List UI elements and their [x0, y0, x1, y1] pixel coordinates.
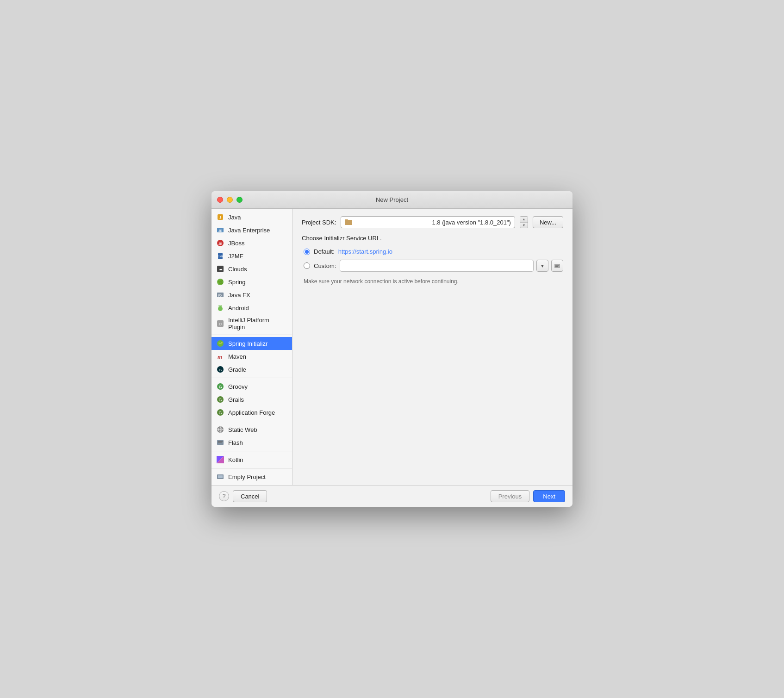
custom-radio-row: Custom: ▼ [304, 260, 563, 272]
svg-text:G: G [218, 411, 222, 415]
divider-5 [212, 468, 292, 468]
hint-text: Make sure your network connection is act… [302, 278, 563, 285]
svg-text:FX: FX [218, 294, 223, 297]
custom-label: Custom: [314, 262, 336, 269]
sidebar-item-kotlin-label: Kotlin [228, 456, 243, 463]
sidebar-item-gradle-label: Gradle [228, 366, 246, 373]
default-url[interactable]: https://start.spring.io [338, 248, 392, 255]
sidebar-item-kotlin[interactable]: Kotlin [212, 453, 292, 466]
previous-button[interactable]: Previous [491, 490, 530, 502]
footer-left: ? Cancel [219, 490, 267, 502]
flash-icon [216, 438, 224, 447]
default-radio[interactable] [304, 249, 310, 255]
sidebar-item-jboss-label: JBoss [228, 240, 244, 247]
sdk-select[interactable]: 1.8 (java version "1.8.0_201") [341, 216, 515, 228]
sidebar-item-java-enterprise-label: Java Enterprise [228, 227, 270, 234]
svg-text:J: J [219, 215, 221, 220]
svg-point-17 [221, 305, 222, 307]
custom-radio[interactable] [304, 262, 310, 269]
android-icon [216, 304, 224, 312]
default-radio-row: Default: https://start.spring.io [304, 248, 563, 255]
sidebar-item-spring[interactable]: 🌿 Spring [212, 275, 292, 288]
sidebar-item-javafx-label: Java FX [228, 292, 250, 299]
sidebar-item-spring-initializr-label: Spring Initializr [228, 340, 268, 347]
svg-point-16 [219, 305, 220, 307]
footer-right: Previous Next [491, 490, 565, 502]
kotlin-icon [216, 455, 224, 464]
java-enterprise-icon: JE [216, 226, 224, 234]
svg-text:🌱: 🌱 [218, 341, 224, 347]
divider-4 [212, 451, 292, 451]
svg-text:G: G [219, 368, 222, 372]
svg-text:🌿: 🌿 [218, 279, 224, 285]
sdk-label: Project SDK: [302, 219, 336, 226]
custom-dropdown-button[interactable]: ▼ [536, 260, 548, 272]
cancel-button[interactable]: Cancel [233, 490, 267, 502]
divider-2 [212, 378, 292, 378]
sdk-folder-icon [345, 218, 352, 226]
sidebar-item-empty-project-label: Empty Project [228, 474, 266, 480]
sidebar-item-grails-label: Grails [228, 396, 244, 403]
sidebar-item-j2me-label: J2ME [228, 253, 243, 260]
sidebar-item-android[interactable]: Android [212, 301, 292, 314]
sidebar-item-jboss[interactable]: JB JBoss [212, 237, 292, 249]
sidebar-item-clouds[interactable]: ☁ Clouds [212, 262, 292, 275]
sidebar: J Java JE Java Enterprise JB JBoss [212, 209, 292, 485]
maximize-button[interactable] [236, 197, 243, 203]
choose-title: Choose Initializr Service URL. [302, 235, 563, 242]
svg-point-14 [218, 306, 223, 311]
static-web-icon [216, 425, 224, 434]
close-button[interactable] [217, 197, 223, 203]
maven-icon: m [216, 352, 224, 361]
sidebar-item-java[interactable]: J Java [212, 211, 292, 224]
sidebar-item-javafx[interactable]: FX Java FX [212, 288, 292, 301]
help-button[interactable]: ? [219, 491, 229, 501]
sidebar-item-static-web[interactable]: Static Web [212, 423, 292, 436]
sidebar-item-gradle[interactable]: G Gradle [212, 363, 292, 376]
new-button[interactable]: New... [533, 216, 563, 228]
new-project-window: New Project J Java JE Java Enterprise [212, 191, 572, 507]
sdk-value: 1.8 (java version "1.8.0_201") [432, 219, 510, 226]
spring-initializr-icon: 🌱 [216, 339, 224, 348]
sidebar-item-intellij-plugin[interactable]: IJ IntelliJ Platform Plugin [212, 314, 292, 333]
custom-url-input[interactable] [340, 260, 534, 272]
content-area: J Java JE Java Enterprise JB JBoss [212, 209, 572, 485]
window-title: New Project [376, 196, 408, 203]
titlebar: New Project [212, 191, 572, 209]
svg-text:G: G [218, 385, 222, 389]
spring-icon: 🌿 [216, 278, 224, 286]
sidebar-item-maven[interactable]: m Maven [212, 350, 292, 363]
sidebar-item-empty-project[interactable]: Empty Project [212, 470, 292, 483]
svg-text:JE: JE [218, 229, 223, 232]
clouds-icon: ☁ [216, 265, 224, 273]
application-forge-icon: G [216, 408, 224, 417]
sdk-row: Project SDK: 1.8 (java version "1.8.0_20… [302, 216, 563, 228]
groovy-icon: G [216, 382, 224, 391]
sidebar-item-java-label: Java [228, 214, 241, 221]
sidebar-item-clouds-label: Clouds [228, 266, 247, 273]
custom-input-row: ▼ [340, 260, 563, 272]
sdk-stepper-down[interactable]: ▼ [520, 223, 528, 228]
sdk-stepper[interactable]: ▲ ▼ [520, 216, 528, 228]
intellij-plugin-icon: IJ [216, 319, 224, 328]
next-button[interactable]: Next [533, 490, 565, 502]
svg-text:G: G [218, 398, 222, 402]
custom-browse-button[interactable] [551, 260, 563, 272]
divider-1 [212, 335, 292, 335]
minimize-button[interactable] [227, 197, 233, 203]
sidebar-item-spring-initializr[interactable]: 🌱 Spring Initializr [212, 337, 292, 350]
sidebar-item-flash[interactable]: Flash [212, 436, 292, 449]
sidebar-item-j2me[interactable]: J2ME J2ME [212, 249, 292, 262]
sidebar-item-groovy-label: Groovy [228, 383, 248, 390]
sidebar-item-grails[interactable]: G Grails [212, 393, 292, 406]
sidebar-item-groovy[interactable]: G Groovy [212, 380, 292, 393]
sidebar-item-android-label: Android [228, 305, 249, 312]
svg-text:IJ: IJ [219, 322, 222, 326]
sidebar-item-java-enterprise[interactable]: JE Java Enterprise [212, 224, 292, 237]
jboss-icon: JB [216, 239, 224, 247]
sdk-stepper-up[interactable]: ▲ [520, 217, 528, 223]
javafx-icon: FX [216, 291, 224, 299]
svg-text:☁: ☁ [218, 267, 223, 271]
svg-text:m: m [218, 353, 222, 360]
sidebar-item-application-forge[interactable]: G Application Forge [212, 406, 292, 419]
